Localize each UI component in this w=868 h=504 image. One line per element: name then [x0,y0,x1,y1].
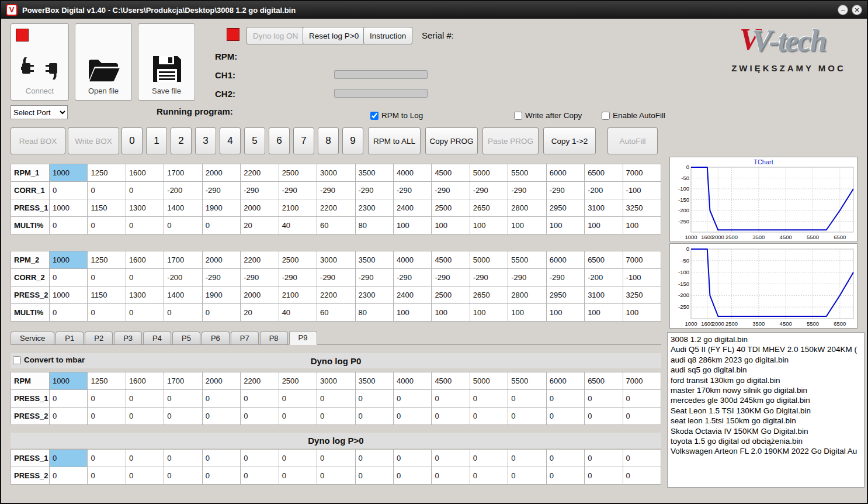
cell[interactable]: 5500 [508,372,546,390]
cell[interactable]: 0 [470,467,508,485]
cell[interactable]: 0 [470,390,508,408]
cell[interactable]: 0 [164,217,202,234]
enable-autofill-checkbox-input[interactable] [602,112,610,120]
cell[interactable]: 4000 [393,372,431,390]
cell[interactable]: 2000 [241,199,279,217]
cell[interactable]: 0 [393,390,431,408]
cell[interactable]: 0 [623,390,661,408]
reset-log-button[interactable]: Reset log P>0 [303,27,365,44]
cell[interactable]: 4500 [432,164,470,182]
cell[interactable]: 0 [432,408,470,425]
cell[interactable]: 0 [88,217,126,234]
cell[interactable]: 0 [317,467,355,485]
cell[interactable]: 1900 [202,286,240,304]
cell[interactable]: 0 [50,304,88,322]
cell[interactable]: 6500 [585,164,623,182]
save-file-button[interactable]: Save file [138,23,195,101]
cell[interactable]: 60 [317,304,355,322]
cell[interactable]: 40 [279,217,317,234]
cell[interactable]: 2000 [202,251,240,269]
cell[interactable]: 100 [432,217,470,234]
cell[interactable]: 0 [546,408,584,425]
cell[interactable]: 3500 [355,251,393,269]
cell[interactable]: 0 [279,408,317,425]
cell[interactable]: 1000 [50,199,88,217]
cell[interactable]: -290 [546,182,584,199]
file-item[interactable]: audi q8 286km 2023 go digital.bin [671,355,861,365]
cell[interactable]: 2500 [279,164,317,182]
cell[interactable]: 0 [432,390,470,408]
cell[interactable]: 2300 [355,199,393,217]
cell[interactable]: 0 [126,182,164,199]
cell[interactable]: 2400 [393,199,431,217]
cell[interactable]: 100 [623,304,661,322]
cell[interactable]: 0 [202,217,240,234]
cell[interactable]: -290 [355,182,393,199]
file-item[interactable]: audi sq5 go digital.bin [671,365,861,375]
cell[interactable]: 2950 [546,199,584,217]
convert-to-mbar-checkbox[interactable]: Convert to mbar [13,355,85,364]
cell[interactable]: 0 [585,467,623,485]
cell[interactable]: -290 [202,269,240,286]
tab-p4[interactable]: P4 [143,332,171,344]
cell[interactable]: 0 [88,269,126,286]
cell[interactable]: 0 [623,408,661,425]
cell[interactable]: 4500 [432,372,470,390]
copy-prog-button[interactable]: Copy PROG [425,127,478,154]
digit-button-7[interactable]: 7 [293,127,314,154]
cell[interactable]: 0 [202,390,240,408]
cell[interactable]: 6000 [546,251,584,269]
cell[interactable]: 100 [623,217,661,234]
file-item[interactable]: ford transit 130km go digital.bin [671,375,861,385]
cell[interactable]: 0 [279,467,317,485]
tab-p1[interactable]: P1 [55,332,84,344]
cell[interactable]: 0 [164,467,202,485]
file-item[interactable]: seat leon 1.5tsi 150km go digital.bin [671,416,861,426]
cell[interactable]: 0 [470,450,508,467]
copy-1-to-2-button[interactable]: Copy 1->2 [543,127,596,154]
cell[interactable]: 1700 [164,372,202,390]
cell[interactable]: -290 [279,182,317,199]
cell[interactable]: 0 [393,408,431,425]
cell[interactable]: 0 [546,450,584,467]
instruction-button[interactable]: Instruction [363,27,412,44]
cell[interactable]: 0 [126,304,164,322]
cell[interactable]: 3500 [355,372,393,390]
cell[interactable]: -290 [279,269,317,286]
cell[interactable]: 20 [241,304,279,322]
cell[interactable]: 100 [546,304,584,322]
cell[interactable]: -290 [470,182,508,199]
cell[interactable]: 0 [546,390,584,408]
cell[interactable]: 1000 [50,286,88,304]
cell[interactable]: 80 [355,217,393,234]
cell[interactable]: 3500 [355,164,393,182]
cell[interactable]: 100 [546,217,584,234]
cell[interactable]: 3100 [585,286,623,304]
write-after-copy-checkbox-input[interactable] [514,112,522,120]
cell[interactable]: 0 [202,304,240,322]
write-box-button[interactable]: Write BOX [68,127,119,154]
cell[interactable]: 5000 [470,251,508,269]
cell[interactable]: 1250 [88,251,126,269]
cell[interactable]: 6500 [585,372,623,390]
cell[interactable]: 7000 [623,251,661,269]
cell[interactable]: 100 [432,304,470,322]
cell[interactable]: 0 [585,408,623,425]
cell[interactable]: 3100 [585,199,623,217]
cell[interactable]: 0 [241,450,279,467]
cell[interactable]: -290 [355,269,393,286]
cell[interactable]: 0 [50,269,88,286]
cell[interactable]: 2000 [202,164,240,182]
write-after-copy-checkbox[interactable]: Write after Copy [514,111,582,120]
rpm-to-all-button[interactable]: RPM to ALL [368,127,421,154]
cell[interactable]: 4500 [432,251,470,269]
tab-service[interactable]: Service [11,332,54,344]
cell[interactable]: 0 [88,390,126,408]
cell[interactable]: 1600 [126,251,164,269]
paste-prog-button[interactable]: Paste PROG [482,127,539,154]
cell[interactable]: 0 [585,390,623,408]
cell[interactable]: -290 [317,269,355,286]
cell[interactable]: -290 [202,182,240,199]
tab-p6[interactable]: P6 [202,332,230,344]
digit-button-3[interactable]: 3 [195,127,216,154]
